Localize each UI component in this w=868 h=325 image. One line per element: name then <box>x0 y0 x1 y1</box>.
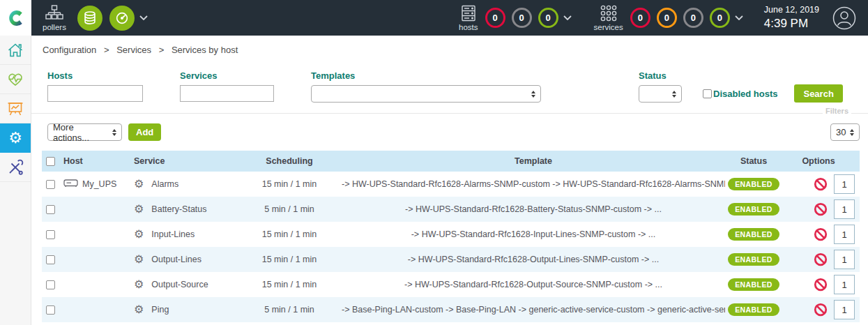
status-count-badge[interactable]: 0 <box>710 8 730 28</box>
status-count-badge[interactable]: 0 <box>630 8 650 28</box>
add-button[interactable]: Add <box>128 123 161 141</box>
service-name[interactable]: Output-Source <box>151 280 208 289</box>
service-gear-icon[interactable]: ⚙ <box>134 279 144 290</box>
header-host[interactable]: Host <box>61 156 132 166</box>
sidebar-item-configuration[interactable]: ⚙ <box>0 123 31 153</box>
services-label: services <box>594 23 623 31</box>
centreon-c-icon <box>6 8 26 28</box>
status-count-badge[interactable]: 0 <box>657 8 677 28</box>
scheduling-value: 15 min / 1 min <box>237 229 342 239</box>
duplicate-count-input[interactable] <box>834 174 855 194</box>
sidebar-item-home[interactable] <box>0 36 31 65</box>
service-gear-icon[interactable]: ⚙ <box>134 254 144 265</box>
services-chevron-icon[interactable] <box>735 15 743 20</box>
more-actions-value: More actions... <box>53 122 108 143</box>
page-size-select[interactable]: 30 <box>830 123 860 141</box>
filter-bar: Hosts Services Templates Status <box>31 63 868 114</box>
poller-status-chevron-icon[interactable] <box>139 15 148 20</box>
hosts-status-group: hosts 000 <box>459 5 572 31</box>
more-actions-select[interactable]: More actions... <box>47 123 122 141</box>
gauge-icon <box>114 10 130 26</box>
breadcrumb-separator: > <box>104 45 109 55</box>
hosts-chevron-icon[interactable] <box>563 15 572 20</box>
duplicate-count-input[interactable] <box>834 199 855 219</box>
hosts-menu[interactable]: hosts <box>459 5 478 31</box>
sidebar-item-reporting[interactable] <box>0 94 31 123</box>
disable-icon[interactable] <box>814 227 828 241</box>
service-gear-icon[interactable]: ⚙ <box>134 304 144 315</box>
duplicate-count-input[interactable] <box>834 250 855 269</box>
database-status-button[interactable] <box>77 6 102 31</box>
home-icon <box>7 42 24 59</box>
row-checkbox[interactable] <box>46 255 55 264</box>
template-chain: -> HW-UPS-Standard-Rfc1628-Input-Lines-S… <box>342 229 725 239</box>
status-badge: ENABLED <box>728 203 779 216</box>
row-checkbox[interactable] <box>46 230 55 239</box>
disabled-hosts-label[interactable]: Disabled hosts <box>713 89 777 99</box>
template-chain: -> HW-UPS-Standard-Rfc1628-Output-Source… <box>342 280 725 289</box>
breadcrumb-services-by-host[interactable]: Services by host <box>172 45 238 55</box>
services-filter-input[interactable] <box>180 85 274 102</box>
sidebar-item-monitoring[interactable] <box>0 65 31 94</box>
status-count-badge[interactable]: 0 <box>512 8 532 28</box>
status-count-badge[interactable]: 0 <box>485 8 505 28</box>
disable-icon[interactable] <box>814 303 828 317</box>
select-arrows-icon <box>846 129 854 136</box>
header-status[interactable]: Status <box>725 156 782 166</box>
hosts-filter-input[interactable] <box>47 85 143 102</box>
status-badge: ENABLED <box>728 228 779 241</box>
header-service[interactable]: Service <box>132 156 237 166</box>
table-row: My_UPS ⚙ Alarms 15 min / 1 min -> HW-UPS… <box>42 172 860 197</box>
pollers-menu[interactable]: pollers <box>43 5 66 31</box>
status-count-badge[interactable]: 0 <box>538 8 558 28</box>
duplicate-count-input[interactable] <box>834 275 855 294</box>
header-options: Options <box>782 156 860 166</box>
template-chain: -> HW-UPS-Standard-Rfc1628-Battery-Statu… <box>342 204 725 214</box>
breadcrumb-configuration[interactable]: Configuration <box>43 45 96 55</box>
service-name[interactable]: Input-Lines <box>151 229 195 239</box>
user-menu[interactable] <box>832 6 857 31</box>
templates-filter-label: Templates <box>311 70 541 81</box>
service-gear-icon[interactable]: ⚙ <box>134 229 144 240</box>
scheduling-value: 15 min / 1 min <box>237 280 342 289</box>
status-count-badge[interactable]: 0 <box>683 8 703 28</box>
search-button[interactable]: Search <box>794 84 842 103</box>
hosts-badges: 000 <box>485 8 558 28</box>
row-checkbox[interactable] <box>46 205 55 214</box>
disable-icon[interactable] <box>814 278 828 292</box>
centreon-logo[interactable] <box>0 0 31 36</box>
service-gear-icon[interactable]: ⚙ <box>134 179 144 190</box>
breadcrumb: Configuration > Services > Services by h… <box>31 36 868 63</box>
disable-icon[interactable] <box>814 177 828 191</box>
row-checkbox[interactable] <box>46 305 55 315</box>
service-gear-icon[interactable]: ⚙ <box>134 204 144 215</box>
sidebar-item-administration[interactable] <box>0 153 31 182</box>
row-checkbox[interactable] <box>46 180 55 189</box>
template-chain: -> HW-UPS-Standard-Rfc1628-Output-Lines-… <box>342 255 725 264</box>
disabled-hosts-checkbox[interactable] <box>703 89 712 98</box>
host-name[interactable]: My_UPS <box>82 179 116 189</box>
service-name[interactable]: Ping <box>151 305 169 315</box>
hosts-filter-label: Hosts <box>47 70 143 81</box>
duplicate-count-input[interactable] <box>834 300 855 319</box>
breadcrumb-services[interactable]: Services <box>116 45 151 55</box>
header-scheduling[interactable]: Scheduling <box>237 156 342 166</box>
status-badge: ENABLED <box>728 278 779 291</box>
disable-icon[interactable] <box>814 252 828 266</box>
templates-select[interactable] <box>311 85 541 103</box>
duplicate-count-input[interactable] <box>834 225 855 244</box>
table-row: ⚙ Output-Lines 15 min / 1 min -> HW-UPS-… <box>42 247 860 272</box>
service-name[interactable]: Alarms <box>151 179 178 189</box>
header-template[interactable]: Template <box>342 156 725 166</box>
row-checkbox[interactable] <box>46 280 55 289</box>
services-menu[interactable]: services <box>594 5 623 31</box>
latency-status-button[interactable] <box>109 6 135 31</box>
scheduling-value: 15 min / 1 min <box>237 179 342 189</box>
select-all-checkbox[interactable] <box>46 157 55 166</box>
status-select[interactable] <box>639 85 682 103</box>
service-name[interactable]: Output-Lines <box>151 255 201 264</box>
disable-icon[interactable] <box>814 202 828 216</box>
service-name[interactable]: Battery-Status <box>151 204 206 214</box>
status-badge: ENABLED <box>728 178 779 190</box>
status-filter-label: Status <box>639 70 682 81</box>
